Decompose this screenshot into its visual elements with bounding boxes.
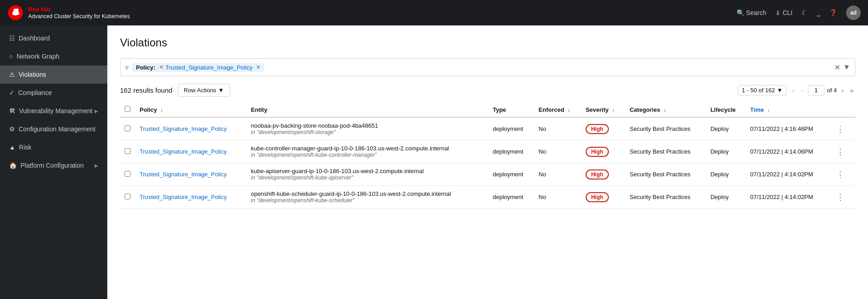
row-menu-button-2[interactable]: ⋮	[833, 169, 847, 180]
platform-icon: 🏠	[9, 162, 17, 169]
severity-badge-2: High	[586, 169, 609, 179]
page-number-input[interactable]	[808, 85, 824, 95]
filter-tag-remove-value[interactable]: ✕	[256, 64, 261, 70]
row-checkbox-0[interactable]	[125, 125, 130, 131]
sidebar-item-vulnerability-management[interactable]: 🛠 Vulnerability Management ▶	[0, 102, 107, 120]
filter-expand-button[interactable]: ▼	[843, 63, 850, 71]
entity-main-3: openshift-kube-scheduler-guard-ip-10-0-1…	[251, 190, 484, 197]
activity-button[interactable]: ⎯	[817, 9, 820, 16]
row-lifecycle-3: Deploy	[706, 186, 745, 209]
sidebar-item-dashboard[interactable]: ☷ Dashboard	[0, 29, 107, 47]
policy-link-1[interactable]: Trusted_Signature_Image_Policy	[140, 148, 227, 155]
sort-icon-severity[interactable]: ↕	[612, 107, 615, 113]
sort-desc-icon[interactable]: ↓	[768, 107, 770, 113]
entity-main-1: kube-controller-manager-guard-ip-10-0-18…	[251, 145, 484, 152]
row-categories-3: Security Best Practices	[625, 186, 706, 209]
app-layout: ☷ Dashboard ○ Network Graph ⚠ Violations…	[0, 25, 868, 299]
row-enforced-1: No	[534, 140, 581, 163]
row-entity-0: noobaa-pv-backing-store-noobaa-pod-4ba48…	[246, 117, 488, 140]
page-range-select[interactable]: 1 - 50 of 162 ▼	[738, 85, 787, 95]
sidebar-item-label: Network Graph	[16, 53, 59, 60]
row-entity-2: kube-apiserver-guard-ip-10-0-186-103.us-…	[246, 163, 488, 186]
th-categories: Categories ↕	[625, 102, 706, 117]
sidebar-item-label: Risk	[19, 144, 31, 151]
policy-link-0[interactable]: Trusted_Signature_Image_Policy	[140, 125, 227, 132]
th-severity-label: Severity	[586, 106, 609, 113]
next-page-button[interactable]: ›	[840, 86, 846, 95]
row-checkbox-3[interactable]	[125, 194, 130, 199]
filter-tag-value: Trusted_Signature_Image_Policy	[166, 64, 253, 71]
policy-link-3[interactable]: Trusted_Signature_Image_Policy	[140, 194, 227, 200]
filter-tag-policy: Policy: ✕ Trusted_Signature_Image_Policy…	[132, 63, 264, 72]
risk-icon: ▲	[9, 144, 15, 151]
row-policy-3: Trusted_Signature_Image_Policy	[135, 186, 246, 209]
chevron-right-icon: ▶	[95, 109, 98, 114]
moon-icon: ☾	[802, 9, 808, 16]
row-checkbox-1[interactable]	[125, 148, 130, 154]
sidebar-item-label: Compliance	[18, 89, 52, 96]
row-actions-button[interactable]: Row Actions ▼	[178, 84, 230, 97]
last-page-button[interactable]: »	[848, 86, 855, 95]
row-lifecycle-1: Deploy	[706, 140, 745, 163]
sort-icon-policy[interactable]: ↕	[161, 107, 163, 113]
row-menu-button-0[interactable]: ⋮	[833, 123, 847, 135]
th-time-label: Time	[750, 106, 764, 113]
sidebar-item-label: Violations	[19, 71, 46, 78]
row-checkbox-2[interactable]	[125, 171, 130, 177]
select-all-checkbox[interactable]	[125, 106, 130, 112]
sort-icon-enforced[interactable]: ↕	[568, 107, 571, 113]
cli-button[interactable]: ⇓ CLI	[775, 9, 793, 16]
row-enforced-2: No	[534, 163, 581, 186]
row-menu-cell-1: ⋮	[829, 140, 855, 163]
sidebar-item-label: Vulnerability Management	[19, 107, 92, 115]
help-button[interactable]: ❓	[829, 9, 837, 16]
row-menu-cell-0: ⋮	[829, 117, 855, 140]
th-lifecycle-label: Lifecycle	[710, 106, 736, 113]
th-policy-label: Policy	[140, 106, 157, 113]
filter-tag-remove-policy[interactable]: ✕	[159, 64, 164, 70]
th-entity: Entity	[246, 102, 488, 117]
severity-badge-3: High	[586, 192, 609, 202]
sidebar-item-risk[interactable]: ▲ Risk	[0, 138, 107, 156]
filter-icon: ▿	[125, 63, 129, 72]
prev-page-button[interactable]: ‹	[799, 86, 805, 95]
row-menu-button-3[interactable]: ⋮	[833, 191, 847, 203]
table-row: Trusted_Signature_Image_Policy kube-cont…	[120, 140, 855, 163]
pagination: 1 - 50 of 162 ▼ « ‹ of 4 › »	[738, 85, 856, 95]
policy-link-2[interactable]: Trusted_Signature_Image_Policy	[140, 171, 227, 178]
network-icon: ○	[9, 53, 13, 60]
sort-icon-categories[interactable]: ↕	[664, 107, 667, 113]
sidebar-item-platform-configuration[interactable]: 🏠 Platform Configuration ▶	[0, 156, 107, 174]
sidebar-item-network-graph[interactable]: ○ Network Graph	[0, 47, 107, 65]
user-avatar[interactable]: ad	[846, 5, 861, 20]
results-count: 162 results found	[120, 86, 172, 94]
brand-line2: Advanced Cluster Security for Kubernetes	[28, 13, 130, 20]
row-menu-button-1[interactable]: ⋮	[833, 146, 847, 158]
th-time: Time ↓	[746, 102, 829, 117]
entity-sub-1: in "development/openshift-kube-controlle…	[251, 152, 484, 158]
row-actions-label: Row Actions	[184, 87, 216, 94]
sidebar-item-configuration-management[interactable]: ⚙ Configuration Management	[0, 120, 107, 138]
config-icon: ⚙	[9, 125, 15, 133]
th-entity-label: Entity	[251, 106, 267, 113]
row-policy-0: Trusted_Signature_Image_Policy	[135, 117, 246, 140]
row-policy-2: Trusted_Signature_Image_Policy	[135, 163, 246, 186]
sidebar-item-violations[interactable]: ⚠ Violations	[0, 65, 107, 84]
th-lifecycle: Lifecycle	[706, 102, 745, 117]
row-time-0: 07/11/2022 | 4:16:46PM	[746, 117, 829, 140]
filter-clear-button[interactable]: ✕	[834, 63, 840, 72]
th-type: Type	[488, 102, 534, 117]
th-type-label: Type	[493, 106, 506, 113]
sidebar-item-label: Configuration Management	[19, 125, 95, 133]
entity-sub-0: in "development/openshift-storage"	[251, 129, 484, 135]
search-button[interactable]: 🔍 Search	[737, 9, 766, 16]
top-nav: Red Hat Advanced Cluster Security for Ku…	[0, 0, 868, 25]
download-icon: ⇓	[775, 9, 781, 16]
th-enforced-label: Enforced	[539, 106, 564, 113]
severity-badge-0: High	[586, 124, 609, 134]
select-all-header	[120, 102, 135, 117]
theme-button[interactable]: ☾	[802, 9, 808, 16]
sidebar-item-compliance[interactable]: ✓ Compliance	[0, 84, 107, 102]
filter-bar-actions: ✕ ▼	[834, 63, 850, 72]
first-page-button[interactable]: «	[789, 86, 797, 95]
